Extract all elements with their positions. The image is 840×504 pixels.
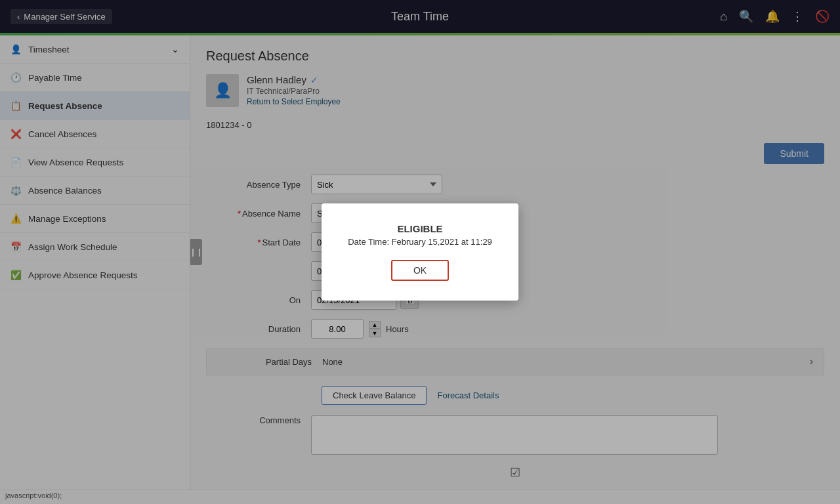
modal-dialog: ELIGIBLE Date Time: February 15,2021 at … <box>322 203 518 301</box>
modal-title: ELIGIBLE <box>348 223 492 234</box>
modal-subtitle: Date Time: February 15,2021 at 11:29 <box>348 237 492 247</box>
modal-ok-button[interactable]: OK <box>391 260 449 281</box>
modal-overlay: ELIGIBLE Date Time: February 15,2021 at … <box>0 0 840 504</box>
